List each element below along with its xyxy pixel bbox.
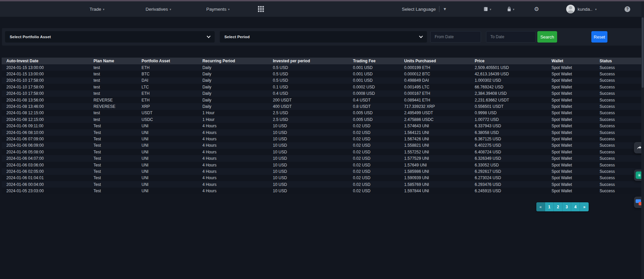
table-cell: Success: [595, 188, 642, 194]
table-cell: 0.02 USD: [348, 162, 399, 168]
table-cell: 0.02 USD: [348, 149, 399, 155]
chevron-down-icon: ▾: [595, 7, 597, 11]
table-cell: 1.597844 UNI: [399, 188, 470, 194]
table-cell: 0.001495 LTC: [399, 84, 470, 90]
table-cell: 2024-01-06 04:07:00: [2, 155, 89, 161]
pagination-page-1-button[interactable]: 1: [545, 202, 554, 211]
apps-grid-icon: [258, 6, 264, 12]
table-cell: 1.590939 UNI: [399, 175, 470, 181]
table-cell: 0.5 USD: [268, 64, 348, 71]
table-cell: 4 Hours: [198, 162, 268, 168]
table-cell: 4 Hours: [198, 188, 268, 194]
table-cell: Test: [89, 149, 137, 155]
table-cell: 10 USD: [268, 136, 348, 142]
column-header-plan-name: Plan Name: [89, 58, 137, 64]
pagination-page-2-button[interactable]: 2: [554, 202, 562, 211]
table-cell: 10 USD: [268, 149, 348, 155]
table-cell: Test: [89, 162, 137, 168]
table-cell: 0.005 USD: [348, 116, 399, 123]
table-cell: 0.001 USD: [348, 77, 399, 84]
table-cell: Spot Wallet: [547, 168, 595, 175]
security-menu-button[interactable]: ▾: [507, 1, 515, 17]
help-button[interactable]: ?: [625, 1, 630, 17]
nav-menu-payments[interactable]: Payments ▾: [206, 1, 230, 17]
table-cell: USDC: [137, 116, 198, 123]
column-header-trading-fee: Trading Fee: [348, 58, 399, 64]
table-cell: Spot Wallet: [547, 71, 595, 77]
table-cell: Daily: [198, 90, 268, 97]
table-cell: Spot Wallet: [547, 155, 595, 161]
table-cell: Spot Wallet: [547, 77, 595, 84]
pagination-page-4-button[interactable]: 4: [571, 202, 580, 211]
to-date-input[interactable]: [486, 31, 536, 43]
table-cell: Success: [595, 97, 642, 103]
table-cell: Test: [89, 188, 137, 194]
pagination: « 1234 »: [536, 202, 589, 211]
table-cell: 1.00772 USD: [470, 116, 547, 123]
table-cell: 2024-01-06 09:11:00: [2, 123, 89, 129]
portfolio-asset-select[interactable]: Select Portfolio Asset: [5, 31, 215, 43]
nav-menu-derivatives[interactable]: Derivatives ▾: [146, 1, 171, 17]
table-cell: Spot Wallet: [547, 64, 595, 71]
table-cell: 1.585769 UNI: [399, 181, 470, 188]
pagination-page-3-button[interactable]: 3: [562, 202, 571, 211]
table-cell: 0.0002 USD: [348, 84, 399, 90]
scrollbar-thumb[interactable]: [642, 17, 644, 88]
settings-button[interactable]: ⚙: [534, 1, 539, 17]
table-cell: 2024-01-15 13:00:00: [2, 71, 89, 77]
table-row: 2024-01-10 17:58:00testLTCDaily0.1 USD0.…: [2, 84, 642, 90]
table-cell: USDT: [137, 110, 198, 116]
scrollbar-track[interactable]: [641, 1, 644, 279]
wallet-menu-button[interactable]: ▾: [483, 1, 491, 17]
table-cell: 0.5 USD: [268, 71, 348, 77]
username-label: kunda..: [578, 7, 592, 12]
table-cell: 2024-01-08 13:56:00: [2, 97, 89, 103]
profile-menu[interactable]: kunda.. ▾: [566, 1, 597, 17]
pagination-prev-button[interactable]: «: [536, 202, 545, 211]
pagination-next-button[interactable]: »: [580, 202, 589, 211]
table-cell: 1.577529 UNI: [399, 155, 470, 161]
table-cell: 0.02 USD: [348, 175, 399, 181]
table-cell: 1.564121 UNI: [399, 129, 470, 136]
table-cell: 2024-01-08 13:46:00: [2, 103, 89, 110]
column-header-price: Price: [470, 58, 547, 64]
table-cell: Daily: [198, 77, 268, 84]
language-selector[interactable]: Select Language ▼: [402, 1, 447, 17]
table-cell: 0.02 USD: [348, 155, 399, 161]
table-cell: Test: [89, 175, 137, 181]
period-select[interactable]: Select Period: [220, 31, 427, 43]
chevron-down-icon: ▾: [490, 7, 491, 11]
top-navbar: Trade ▾ Derivatives ▾ Payments ▾ Select …: [0, 1, 644, 17]
table-cell: 2024-01-06 00:04:00: [2, 181, 89, 188]
table-cell: Spot Wallet: [547, 116, 595, 123]
nav-menu-trade[interactable]: Trade ▾: [90, 1, 104, 17]
language-caret-icon: ▼: [443, 7, 447, 11]
pagination-pages: 1234: [545, 202, 580, 211]
table-cell: Spot Wallet: [547, 142, 595, 149]
apps-grid-button[interactable]: [258, 1, 264, 17]
table-cell: 4 Hours: [198, 168, 268, 175]
table-cell: 2024-01-10 17:58:00: [2, 77, 89, 84]
reset-button[interactable]: Reset: [591, 31, 607, 43]
table-cell: Success: [595, 64, 642, 71]
table-cell: 1.574643 UNI: [399, 123, 470, 129]
table-cell: test: [89, 71, 137, 77]
search-button[interactable]: Search: [537, 31, 557, 43]
from-date-input[interactable]: [430, 31, 481, 43]
table-cell: 0.0008 USD: [348, 90, 399, 97]
table-cell: 0.02 USD: [348, 188, 399, 194]
table-cell: UNI: [137, 162, 198, 168]
table-cell: test: [89, 84, 137, 90]
table-cell: 6.402275 USD: [470, 142, 547, 149]
filter-bar: Select Portfolio Asset Select Period Sea…: [2, 28, 642, 46]
table-cell: 6.408724 USD: [470, 149, 547, 155]
table-cell: 2.475886 USDC: [399, 116, 470, 123]
table-cell: 2024-01-10 17:58:00: [2, 84, 89, 90]
table-cell: REVERESE: [89, 103, 137, 110]
table-cell: Spot Wallet: [547, 188, 595, 194]
table-cell: XRP: [137, 103, 198, 110]
table-cell: 0.089441 ETH: [399, 97, 470, 103]
table-cell: 0.001 USD: [348, 71, 399, 77]
column-header-wallet: Wallet: [547, 58, 595, 64]
table-cell: 4 Hours: [198, 155, 268, 161]
